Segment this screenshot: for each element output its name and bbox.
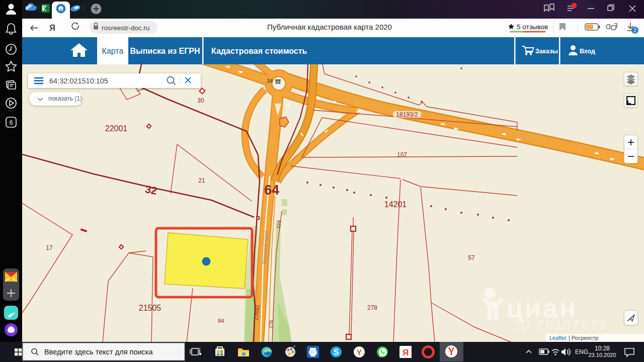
svg-text:X: X [43, 6, 47, 13]
svg-text:Введите здесь текст для поиска: Введите здесь текст для поиска [44, 348, 153, 356]
svg-text:23.10.2020: 23.10.2020 [588, 352, 616, 358]
svg-text:rosreestr-doc.ru: rosreestr-doc.ru [102, 24, 149, 32]
svg-text:ID 20187679: ID 20187679 [516, 317, 607, 332]
svg-text:ENG: ENG [575, 348, 588, 355]
svg-text:18193/2: 18193/2 [396, 111, 418, 118]
svg-text:278: 278 [367, 304, 377, 311]
svg-text:64:32:021510:105: 64:32:021510:105 [49, 77, 108, 85]
svg-text:22001: 22001 [105, 124, 128, 133]
svg-text:S: S [334, 348, 339, 356]
svg-text:21505: 21505 [139, 304, 162, 312]
svg-text:2: 2 [633, 28, 636, 33]
svg-text:Карта: Карта [102, 47, 124, 55]
svg-text:Leaflet: Leaflet [549, 335, 566, 341]
svg-text:Вход: Вход [580, 48, 595, 55]
svg-text:57: 57 [468, 254, 475, 261]
svg-text:10:28: 10:28 [595, 345, 610, 352]
svg-text:6: 6 [10, 119, 13, 126]
svg-text:Я: Я [49, 24, 55, 32]
svg-text:Кадастровая стоимость: Кадастровая стоимость [211, 47, 307, 55]
svg-text:32: 32 [144, 183, 158, 197]
svg-text:30: 30 [197, 97, 204, 104]
svg-text:64: 64 [264, 183, 279, 198]
svg-text:Выписка из ЕГРН: Выписка из ЕГРН [130, 47, 200, 55]
svg-text:Публичная кадастровая карта 20: Публичная кадастровая карта 2020 [267, 23, 392, 31]
svg-text:Я: Я [403, 348, 409, 357]
svg-text:276: 276 [268, 319, 274, 328]
svg-text:34: 34 [267, 78, 273, 84]
svg-text:Заказы: Заказы [535, 48, 558, 55]
svg-text:5 отзывов: 5 отзывов [517, 23, 548, 31]
svg-text:Y: Y [357, 348, 362, 356]
svg-text:84: 84 [218, 318, 224, 324]
svg-text:17: 17 [46, 244, 53, 251]
svg-text:21: 21 [198, 177, 205, 184]
svg-text:14201: 14201 [384, 200, 407, 209]
svg-text:| Росреестр: | Росреестр [567, 335, 598, 341]
svg-text:107: 107 [397, 151, 407, 158]
